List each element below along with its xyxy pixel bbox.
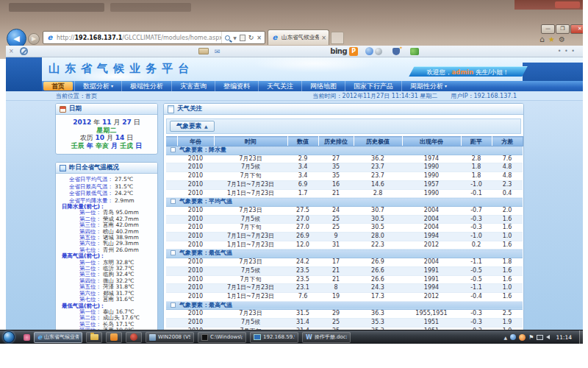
table-cell: -0.5 xyxy=(461,275,492,284)
row-select-cell xyxy=(166,180,177,189)
element-filter-button[interactable]: 气象要素▲ xyxy=(170,121,215,132)
mail-icon[interactable]: ✉ xyxy=(215,48,220,55)
site-favicon-icon: e xyxy=(46,33,54,42)
remote-icon xyxy=(254,334,261,340)
wallet-icon[interactable] xyxy=(198,48,209,54)
calendar-text: 壬辰 xyxy=(71,142,85,149)
tray-expand-icon[interactable]: ▲ xyxy=(504,335,508,340)
taskbar-button-label: 192.168.59.99... xyxy=(263,334,295,340)
taskbar-media-button[interactable] xyxy=(126,332,142,343)
tools-gear-icon[interactable]: ⚙ xyxy=(559,35,565,43)
status-icon[interactable] xyxy=(375,48,382,55)
row-select-cell xyxy=(166,319,177,328)
group-header-row[interactable]: 气象要素：降水量 xyxy=(166,146,523,155)
rewards-icon[interactable]: P xyxy=(349,47,358,56)
calendar-text: 月 xyxy=(112,118,123,126)
nav-item-天气关注[interactable]: 天气关注 xyxy=(258,81,301,91)
system-tray: ▲ ⚑ 11:14 xyxy=(504,330,583,344)
table-cell: 7月1日~7月23日 xyxy=(214,284,287,293)
tab-close-icon[interactable]: × xyxy=(321,35,326,41)
table-cell: -1.1 xyxy=(461,258,492,267)
calendar-text: 27 xyxy=(122,118,132,126)
table-cell: 22.3 xyxy=(354,241,402,250)
main-panel: 天气关注 气象要素▲ 年份时间数值历史排位历史极值出现年份距平方差气象要素：降水… xyxy=(163,103,524,344)
table-cell: 26.6 xyxy=(354,266,402,275)
taskbar-window-button[interactable]: 192.168.59.99... xyxy=(250,332,298,343)
address-bar[interactable]: e http://192.168.137.1/GLCCLIMATE/module… xyxy=(43,31,265,44)
group-header-row[interactable]: 气象要素：最高气温 xyxy=(166,301,523,310)
forward-button[interactable]: ▶ xyxy=(28,33,40,45)
group-header-row[interactable]: 气象要素：最低气温 xyxy=(166,250,523,258)
nav-item-灾害查询[interactable]: 灾害查询 xyxy=(171,81,215,91)
minimize-button[interactable]: — xyxy=(541,24,555,34)
row-select-cell xyxy=(166,155,177,163)
speaker-icon[interactable] xyxy=(546,335,550,339)
browser-tray-icon[interactable] xyxy=(519,334,526,341)
new-tab-button[interactable] xyxy=(331,32,344,44)
close-button[interactable]: ✕ xyxy=(570,24,583,34)
more-options-icon[interactable]: • • • xyxy=(558,48,576,54)
table-cell: 36.3 xyxy=(354,310,402,319)
table-cell: 1974 xyxy=(402,155,461,163)
table-cell: 1月1日~7月23日 xyxy=(214,292,287,301)
taskbar-window-button[interactable]: e山东省气候业务平... xyxy=(34,332,82,343)
taskbar-clock[interactable]: 11:14 xyxy=(556,334,572,341)
group-checkbox[interactable] xyxy=(171,147,176,152)
calendar-text: 辛亥 xyxy=(96,142,109,149)
nav-item-整编资料[interactable]: 整编资料 xyxy=(215,81,258,91)
nav-item-数据分析[interactable]: 数据分析▾ xyxy=(74,81,121,91)
toolbar-close-icon[interactable]: × xyxy=(9,48,14,54)
background-window xyxy=(110,3,191,12)
nav-item-网络地图[interactable]: 网络地图 xyxy=(301,81,345,91)
nav-item-国家下行产品[interactable]: 国家下行产品 xyxy=(345,81,401,91)
stat-label: 全省日最低气温： xyxy=(56,190,113,197)
pinned-app-icon[interactable] xyxy=(24,334,30,341)
nav-item-label: 天气关注 xyxy=(267,81,293,91)
network-globe-icon[interactable] xyxy=(510,334,516,340)
profile-icon[interactable] xyxy=(392,48,400,55)
url-text[interactable]: http://192.168.137.1/GLCCLIMATE/modules/… xyxy=(57,35,221,41)
refresh-icon[interactable]: ↻ xyxy=(248,34,254,41)
favorites-star-icon[interactable]: ★ xyxy=(548,35,555,43)
taskbar-window-button[interactable]: W操作手册.docx ... xyxy=(302,332,351,343)
start-button[interactable] xyxy=(3,331,15,343)
messenger-icon[interactable] xyxy=(365,47,373,55)
bing-logo[interactable]: bing xyxy=(330,47,347,55)
table-cell: 2010 xyxy=(177,189,214,198)
group-checkbox[interactable] xyxy=(171,302,176,308)
maximize-button[interactable]: ❐ xyxy=(556,24,570,34)
action-center-flag-icon[interactable]: ⚑ xyxy=(528,334,534,341)
taskbar-app-button[interactable] xyxy=(106,332,122,343)
table-cell: 7.6 xyxy=(287,292,318,301)
table-cell: -0.3 xyxy=(461,215,492,224)
nav-item-周期性分析[interactable]: 周期性分析▾ xyxy=(401,81,455,91)
display-icon[interactable] xyxy=(537,335,543,340)
table-cell: 31.4 xyxy=(287,319,318,328)
autocomplete-dropdown-icon[interactable]: ▼ xyxy=(233,35,237,40)
compatibility-view-icon[interactable] xyxy=(240,35,245,41)
show-desktop-button[interactable] xyxy=(579,330,583,344)
sharing-icon[interactable] xyxy=(410,48,419,55)
group-checkbox[interactable] xyxy=(171,199,176,204)
group-header-row[interactable]: 气象要素：平均气温 xyxy=(166,198,523,207)
search-icon[interactable] xyxy=(225,35,230,40)
table-cell: 26.9 xyxy=(287,233,318,241)
group-checkbox[interactable] xyxy=(171,250,176,255)
nav-item-首页[interactable]: 首页 xyxy=(43,82,73,91)
table-row: 20101月1日~7月23日7.61917.32012-0.41.6 xyxy=(166,292,523,301)
table-row: 20107月下旬27.02530.52004-0.31.6 xyxy=(166,224,523,233)
taskbar-explorer-button[interactable] xyxy=(86,332,102,343)
table-cell: 1.9 xyxy=(492,319,523,328)
browser-tab[interactable]: e 山东省气候业务平... × xyxy=(268,29,329,45)
home-icon[interactable]: ⌂ xyxy=(539,35,545,44)
table-cell: 2010 xyxy=(177,224,214,233)
calendar-text: 壬戌 xyxy=(120,142,133,149)
stop-icon[interactable]: × xyxy=(257,35,262,41)
table-cell: 1990 xyxy=(402,172,461,181)
taskbar-window-button[interactable]: C:\Windows\sy... xyxy=(198,332,246,343)
taskbar-window-button[interactable]: WIN2008 (VS2... xyxy=(146,332,194,343)
table-cell: 1.0 xyxy=(492,284,523,293)
nav-item-极端性分析[interactable]: 极端性分析 xyxy=(121,81,171,91)
sidebar: 日期 2012 年 11 月 27 日星期二农历 10 月 14 日壬辰 年 辛… xyxy=(55,103,158,344)
blocker-icon[interactable] xyxy=(20,47,28,55)
